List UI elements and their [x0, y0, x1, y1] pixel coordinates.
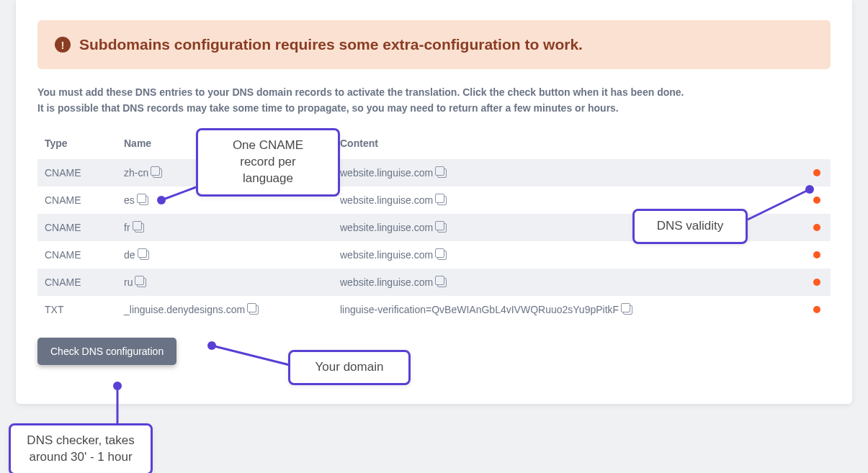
copy-icon[interactable] — [437, 223, 447, 233]
cell-content-text: website.linguise.com — [340, 167, 433, 179]
callout-validity: DNS validity — [632, 209, 748, 244]
copy-icon[interactable] — [437, 168, 447, 178]
header-content: Content — [333, 129, 802, 159]
status-dot-icon — [813, 251, 820, 258]
cell-content: website.linguise.com — [333, 159, 802, 186]
cell-name-text: _linguise.denydesigns.com — [124, 304, 245, 315]
header-type: Type — [37, 129, 117, 159]
cell-name-text: es — [124, 194, 135, 206]
cell-status — [802, 296, 831, 323]
status-dot-icon — [813, 306, 820, 313]
cell-content: website.linguise.com — [333, 269, 802, 296]
cell-type: TXT — [37, 296, 117, 323]
status-dot-icon — [813, 224, 820, 231]
cell-content: linguise-verification=QvBeWIAnGbL4vIVWQR… — [333, 296, 802, 323]
cell-name: fr — [117, 214, 333, 241]
cell-status — [802, 159, 831, 186]
cell-name: de — [117, 241, 333, 269]
cell-status — [802, 269, 831, 296]
cell-name: _linguise.denydesigns.com — [117, 296, 333, 323]
cell-name: ru — [117, 269, 333, 296]
cell-name-text: de — [124, 249, 135, 261]
table-row: CNAMEdewebsite.linguise.com — [37, 241, 831, 269]
table-row: CNAMEruwebsite.linguise.com — [37, 269, 831, 296]
cell-type: CNAME — [37, 159, 117, 186]
cell-content-text: website.linguise.com — [340, 276, 433, 288]
copy-icon[interactable] — [437, 251, 447, 260]
cell-content-text: website.linguise.com — [340, 194, 433, 206]
check-dns-button[interactable]: Check DNS configuration — [37, 338, 176, 365]
copy-icon[interactable] — [135, 223, 144, 233]
exclamation-icon: ! — [55, 37, 71, 53]
cell-status — [802, 186, 831, 214]
cell-type: CNAME — [37, 241, 117, 269]
cell-type: CNAME — [37, 214, 117, 241]
table-row: TXT_linguise.denydesigns.comlinguise-ver… — [37, 296, 831, 323]
alert-text: Subdomains configuration requires some e… — [79, 36, 583, 53]
callout-cname: One CNAME record per language — [196, 128, 340, 197]
description: You must add these DNS entries to your D… — [37, 85, 831, 116]
copy-icon[interactable] — [139, 196, 148, 205]
cell-name-text: fr — [124, 222, 130, 233]
cell-name-text: zh-cn — [124, 167, 148, 179]
cell-status — [802, 241, 831, 269]
cell-content-text: website.linguise.com — [340, 249, 433, 261]
status-dot-icon — [813, 197, 820, 204]
copy-icon[interactable] — [137, 278, 146, 287]
cell-name-text: ru — [124, 276, 133, 288]
description-line-1: You must add these DNS entries to your D… — [37, 86, 684, 98]
copy-icon[interactable] — [623, 305, 632, 315]
copy-icon[interactable] — [249, 305, 259, 315]
callout-checker: DNS checker, takes around 30' - 1 hour — [9, 423, 153, 473]
cell-content: website.linguise.com — [333, 241, 802, 269]
alert-banner: ! Subdomains configuration requires some… — [37, 20, 831, 69]
copy-icon[interactable] — [140, 251, 149, 260]
cell-status — [802, 214, 831, 241]
copy-icon[interactable] — [153, 168, 162, 178]
callout-domain: Your domain — [288, 350, 411, 385]
copy-icon[interactable] — [437, 278, 447, 287]
status-dot-icon — [813, 169, 820, 176]
table-row: CNAMEzh-cnwebsite.linguise.com — [37, 159, 831, 186]
description-line-2: It is possible that DNS records may take… — [37, 102, 619, 114]
status-dot-icon — [813, 279, 820, 286]
cell-type: CNAME — [37, 186, 117, 214]
cell-type: CNAME — [37, 269, 117, 296]
dns-config-card: ! Subdomains configuration requires some… — [16, 0, 852, 404]
cell-content-text: linguise-verification=QvBeWIAnGbL4vIVWQR… — [340, 304, 619, 315]
cell-content-text: website.linguise.com — [340, 222, 433, 233]
copy-icon[interactable] — [437, 196, 447, 205]
